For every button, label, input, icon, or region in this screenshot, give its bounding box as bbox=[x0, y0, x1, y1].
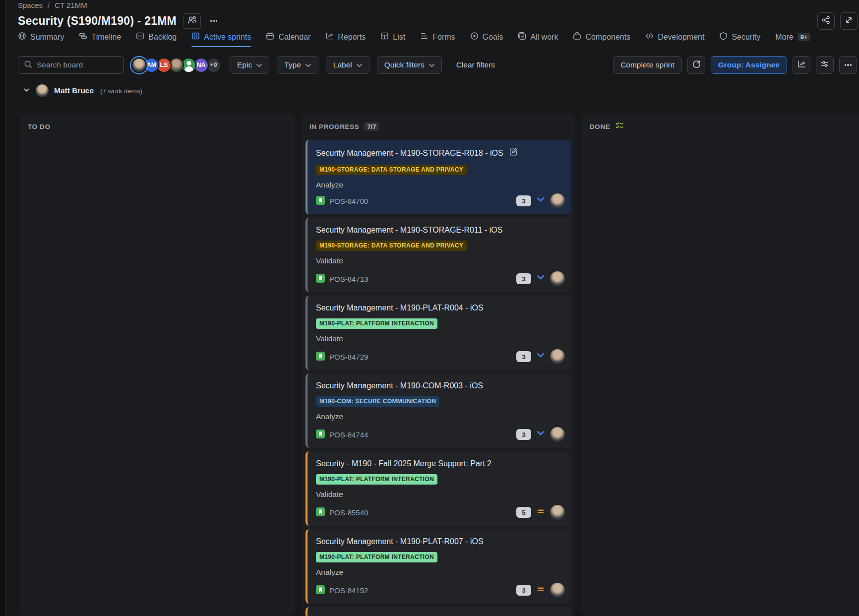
backlog-icon bbox=[136, 32, 144, 42]
tab-active-sprints[interactable]: Active sprints bbox=[191, 32, 251, 49]
insights-button[interactable] bbox=[793, 56, 810, 74]
priority-low-icon bbox=[536, 196, 545, 205]
avatar-matt-bruce[interactable] bbox=[131, 58, 147, 73]
card-key[interactable]: POS-84744 bbox=[329, 431, 368, 439]
card-partially-visible[interactable] bbox=[306, 607, 571, 616]
board-more-button[interactable] bbox=[839, 56, 857, 74]
share-button[interactable] bbox=[817, 12, 835, 30]
board-columns: TO DO IN PROGRESS 7/7 Security Managemen… bbox=[20, 113, 859, 616]
card-key[interactable]: POS-84713 bbox=[329, 275, 368, 283]
column-header: TO DO bbox=[20, 113, 295, 131]
card-key[interactable]: POS-85540 bbox=[329, 508, 368, 517]
assignee-group-header[interactable]: Matt Bruce (7 work items) bbox=[23, 84, 142, 97]
card-pos-85540[interactable]: Security - M190 - Fall 2025 Merge Suppor… bbox=[306, 451, 571, 526]
card-status: Analyze bbox=[316, 568, 563, 577]
label-chip[interactable]: M190-STORAGE: DATA STORAGE AND PRIVACY bbox=[316, 165, 467, 175]
tab-label: Calendar bbox=[278, 33, 310, 42]
card-title: Security - M190 - Fall 2025 Merge Suppor… bbox=[316, 459, 491, 469]
group-by-label: Group: Assignee bbox=[718, 61, 780, 69]
complete-sprint-button[interactable]: Complete sprint bbox=[613, 56, 682, 74]
search-icon bbox=[24, 60, 32, 70]
card-key[interactable]: POS-84729 bbox=[329, 353, 368, 361]
tab-more[interactable]: More 9+ bbox=[775, 32, 810, 49]
type-filter-button[interactable]: Type bbox=[277, 56, 318, 74]
development-code-icon bbox=[645, 32, 654, 42]
toolbar-right-actions: Complete sprint Group: Assignee bbox=[613, 56, 857, 74]
assignee-avatar[interactable] bbox=[550, 583, 565, 598]
refresh-button[interactable] bbox=[687, 56, 705, 74]
group-work-item-count: (7 work items) bbox=[100, 87, 142, 95]
label-chip[interactable]: M190-COM: SECURE COMMUNICATION bbox=[316, 396, 439, 407]
clear-filters-button[interactable]: Clear filters bbox=[449, 56, 502, 74]
assignee-avatar[interactable] bbox=[550, 505, 565, 520]
security-shield-icon bbox=[719, 32, 728, 42]
assignee-avatar[interactable] bbox=[550, 349, 565, 364]
label-chip[interactable]: M190-PLAT: PLATFORM INTERACTION bbox=[316, 318, 437, 329]
label-chip[interactable]: M190-PLAT: PLATFORM INTERACTION bbox=[316, 474, 437, 485]
label-chip[interactable]: M190-PLAT: PLATFORM INTERACTION bbox=[316, 552, 437, 562]
tab-goals[interactable]: Goals bbox=[470, 32, 503, 49]
tab-timeline[interactable]: Timeline bbox=[79, 32, 121, 49]
group-avatar bbox=[36, 84, 49, 97]
assignee-avatar[interactable] bbox=[550, 193, 565, 208]
search-board-field[interactable] bbox=[18, 56, 124, 74]
title-more-button[interactable] bbox=[207, 17, 221, 24]
story-icon bbox=[316, 585, 325, 596]
tab-reports[interactable]: Reports bbox=[325, 32, 366, 49]
breadcrumb: Spaces / CT 21MM bbox=[18, 1, 87, 9]
tab-components[interactable]: Components bbox=[573, 32, 630, 49]
filter-buttons: Epic Type Label Quick filters Clear filt… bbox=[230, 56, 502, 74]
priority-low-icon bbox=[536, 430, 545, 439]
card-pos-84700[interactable]: Security Management - M190-STORAGE-R018 … bbox=[306, 140, 571, 214]
priority-low-icon bbox=[536, 352, 545, 361]
goals-target-icon bbox=[470, 32, 479, 42]
tab-list[interactable]: List bbox=[380, 32, 405, 49]
story-points-badge: 3 bbox=[516, 351, 531, 362]
breadcrumb-spaces[interactable]: Spaces bbox=[18, 1, 43, 9]
tab-label: All work bbox=[530, 33, 558, 42]
tab-bar: Summary Timeline Backlog Active sprints … bbox=[18, 32, 810, 49]
assignee-avatar[interactable] bbox=[550, 271, 565, 286]
card-status: Validate bbox=[316, 256, 563, 265]
complete-sprint-label: Complete sprint bbox=[620, 61, 675, 69]
board-columns-icon bbox=[191, 32, 200, 42]
epic-filter-button[interactable]: Epic bbox=[230, 56, 269, 74]
card-status: Validate bbox=[316, 490, 563, 499]
people-button[interactable] bbox=[183, 13, 201, 29]
tab-label: Development bbox=[658, 33, 704, 42]
tab-all-work[interactable]: All work bbox=[518, 32, 558, 49]
tab-development[interactable]: Development bbox=[645, 32, 704, 49]
edit-icon[interactable] bbox=[509, 147, 518, 159]
tab-calendar[interactable]: Calendar bbox=[266, 32, 310, 49]
collapsed-sidebar-rail[interactable] bbox=[0, 0, 5, 616]
list-table-icon bbox=[380, 32, 389, 42]
card-pos-84152[interactable]: Security Management - M190-PLAT-R007 - i… bbox=[306, 529, 571, 604]
quick-filters-button[interactable]: Quick filters bbox=[377, 56, 442, 74]
label-chip[interactable]: M190-STORAGE: DATA STORAGE AND PRIVACY bbox=[316, 241, 467, 251]
refresh-icon bbox=[692, 60, 701, 70]
card-pos-84713[interactable]: Security Management - M190-STORAGE-R011 … bbox=[306, 218, 571, 292]
breadcrumb-project[interactable]: CT 21MM bbox=[55, 1, 87, 9]
clear-filters-label: Clear filters bbox=[456, 61, 495, 69]
group-by-button[interactable]: Group: Assignee bbox=[711, 56, 787, 74]
chevron-down-icon[interactable] bbox=[23, 86, 30, 96]
breadcrumb-separator: / bbox=[48, 1, 50, 9]
tab-forms[interactable]: Forms bbox=[420, 32, 455, 49]
card-title: Security Management - M190-PLAT-R004 - i… bbox=[316, 303, 484, 313]
search-input[interactable] bbox=[37, 61, 118, 69]
tab-label: Reports bbox=[338, 33, 366, 42]
assignee-avatar[interactable] bbox=[550, 427, 565, 442]
tab-backlog[interactable]: Backlog bbox=[136, 32, 177, 49]
tab-security[interactable]: Security bbox=[719, 32, 760, 49]
card-pos-84729[interactable]: Security Management - M190-PLAT-R004 - i… bbox=[306, 296, 571, 370]
card-key[interactable]: POS-84152 bbox=[329, 586, 368, 595]
card-key[interactable]: POS-84700 bbox=[329, 197, 368, 205]
chevron-down-icon bbox=[256, 61, 262, 69]
view-settings-button[interactable] bbox=[816, 56, 834, 74]
expand-button[interactable] bbox=[840, 12, 858, 30]
tab-summary[interactable]: Summary bbox=[18, 32, 64, 49]
card-pos-84744[interactable]: Security Management - M190-COM-R003 - iO… bbox=[306, 373, 571, 448]
group-name: Matt Bruce bbox=[54, 86, 94, 95]
label-filter-button[interactable]: Label bbox=[326, 56, 369, 74]
chevron-down-icon bbox=[429, 61, 434, 69]
